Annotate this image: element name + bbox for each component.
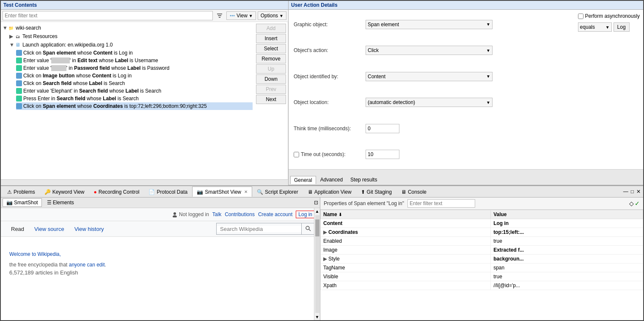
- prop-row-xpath[interactable]: Xpath //li[@id='p...: [321, 281, 643, 290]
- step-6[interactable]: Enter value 'Elephant' in Search field w…: [16, 87, 253, 95]
- objects-action-select[interactable]: Click ▼: [366, 46, 493, 55]
- launch-app-item[interactable]: ▼ 🖥 Launch application: en.wikipedia.org…: [9, 41, 253, 49]
- wiki-title-link[interactable]: Wikipedia: [37, 251, 59, 257]
- prop-row-coordinates[interactable]: ▶ Coordinates top:15;left:...: [321, 228, 643, 237]
- up-button[interactable]: Up: [256, 64, 286, 74]
- add-button[interactable]: Add: [256, 24, 286, 33]
- view-source-tab[interactable]: View source: [29, 224, 69, 234]
- prop-name-coordinates: ▶ Coordinates: [321, 228, 491, 237]
- view-dropdown[interactable]: View ▼: [226, 11, 256, 20]
- style-expand[interactable]: ▶: [323, 256, 327, 262]
- coord-expand[interactable]: ▶: [323, 229, 327, 235]
- maximize-btn[interactable]: ✕: [636, 188, 641, 195]
- smartshot-tab[interactable]: 📷 SmartShot: [3, 198, 42, 207]
- talk-link[interactable]: Talk: [212, 211, 221, 217]
- keyword-icon: 🔑: [44, 189, 51, 195]
- elements-tab[interactable]: ☰ Elements: [44, 199, 77, 206]
- prev-button[interactable]: Prev: [256, 85, 286, 94]
- test-resources-item[interactable]: ▶ 🗂 Test Resources: [9, 32, 253, 41]
- step-4[interactable]: Click on Image button whose Content is L…: [16, 72, 253, 80]
- root-toggle[interactable]: ▼: [3, 25, 8, 31]
- tab-recording-control[interactable]: ● Recording Control: [89, 187, 144, 197]
- scroll-up-btn[interactable]: ▲: [314, 208, 320, 214]
- prop-value-style: backgroun...: [491, 255, 643, 263]
- prop-row-style[interactable]: ▶ Style backgroun...: [321, 255, 643, 263]
- anyone-link[interactable]: anyone can edit: [69, 262, 105, 268]
- select-button[interactable]: Select: [256, 44, 286, 53]
- contributions-link[interactable]: Contributions: [225, 211, 255, 217]
- wiki-top-bar: Not logged in Talk Contributions Create …: [1, 208, 320, 221]
- filter-input[interactable]: [3, 11, 213, 20]
- step-7[interactable]: Press Enter in Search field whose Label …: [16, 95, 253, 102]
- scroll-down-btn[interactable]: ▼: [314, 314, 320, 320]
- timeout-checkbox[interactable]: [294, 152, 299, 157]
- scroll-thumb[interactable]: [315, 219, 319, 236]
- timeout-input[interactable]: [366, 150, 399, 159]
- think-time-input[interactable]: [366, 124, 399, 133]
- create-account-link[interactable]: Create account: [258, 211, 292, 217]
- insert-button[interactable]: Insert: [256, 34, 286, 43]
- tab-git-staging[interactable]: ⬆ Git Staging: [356, 187, 396, 197]
- log-button[interactable]: Log: [614, 22, 630, 32]
- next-button[interactable]: Next: [256, 95, 286, 104]
- prop-row-content[interactable]: Content Log in: [321, 219, 643, 228]
- step-5[interactable]: Click on Search field whose Label is Sea…: [16, 80, 253, 87]
- tab-advanced[interactable]: Advanced: [317, 176, 346, 184]
- minimize-btn[interactable]: —: [622, 188, 629, 195]
- check-icon-btn[interactable]: ✓: [635, 200, 640, 207]
- step-2[interactable]: Enter value ' ' in Edit text whose Label…: [16, 57, 253, 64]
- prop-row-image[interactable]: Image Extracted f...: [321, 246, 643, 255]
- smartshot-expand-btn[interactable]: ⊡: [314, 200, 318, 206]
- wiki-search-input[interactable]: [217, 226, 301, 232]
- tab-console[interactable]: 🖥 Console: [396, 187, 431, 197]
- object-identified-select[interactable]: Content ▼: [366, 72, 493, 81]
- right-scrollbar-h[interactable]: [289, 169, 643, 175]
- prop-row-tagname[interactable]: TagName span: [321, 263, 643, 272]
- tab-application-view[interactable]: 🖥 Application View: [303, 187, 356, 197]
- smartshot-close[interactable]: ✕: [244, 189, 248, 194]
- la-toggle[interactable]: ▼: [9, 42, 14, 48]
- prop-name-visible: Visible: [321, 272, 491, 281]
- equals-select[interactable]: equals ▼: [578, 22, 612, 32]
- view-history-tab[interactable]: View history: [69, 224, 109, 234]
- step-8[interactable]: Click on Span element whose Coordinates …: [16, 102, 253, 110]
- tab-general[interactable]: General: [290, 176, 316, 184]
- problems-icon: ⚠: [7, 189, 12, 195]
- step-3[interactable]: Enter value ' ' in Password field whose …: [16, 64, 253, 72]
- read-tab[interactable]: Read: [6, 224, 29, 234]
- prop-value-xpath: //li[@id='p...: [491, 281, 643, 290]
- tr-label: Test Resources: [22, 33, 58, 39]
- tab-smartshot-view[interactable]: 📷 SmartShot View ✕: [192, 187, 252, 197]
- smartshot-tabs-bar: 📷 SmartShot ☰ Elements ⊡: [1, 198, 320, 208]
- down-button[interactable]: Down: [256, 74, 286, 84]
- login-box[interactable]: Log in: [296, 211, 315, 218]
- async-label: Perform asynchronously: [585, 13, 640, 19]
- properties-filter[interactable]: [407, 199, 475, 208]
- prop-row-enabled[interactable]: Enabled true: [321, 237, 643, 246]
- remove-button[interactable]: Remove: [256, 54, 286, 63]
- collapse-all-btn[interactable]: ◇: [629, 200, 634, 207]
- tr-toggle[interactable]: ▶: [9, 33, 14, 39]
- step2-icon: [16, 58, 22, 63]
- filter-icon-button[interactable]: [215, 11, 225, 20]
- options-dropdown[interactable]: Options ▼: [258, 11, 286, 20]
- prop-row-visible[interactable]: Visible true: [321, 272, 643, 281]
- tree-root[interactable]: ▼ 📁 wiki-search: [3, 24, 253, 32]
- left-scrollbar-h[interactable]: [1, 179, 288, 185]
- object-location-select[interactable]: (automatic detection) ▼: [366, 98, 493, 107]
- tab-step-results[interactable]: Step results: [347, 176, 380, 184]
- prop-value-content: Log in: [491, 219, 643, 228]
- graphic-object-select[interactable]: Span element ▼: [366, 20, 493, 29]
- vertical-scrollbar[interactable]: ▲ ▼: [314, 208, 320, 320]
- async-checkbox[interactable]: [578, 14, 583, 19]
- wiki-search-button[interactable]: [301, 223, 314, 234]
- tab-problems[interactable]: ⚠ Problems: [3, 187, 40, 197]
- tab-protocol-data[interactable]: 📄 Protocol Data: [144, 187, 192, 197]
- wiki-nav-bar: Read View source View history: [1, 221, 320, 237]
- step-1[interactable]: Click on Span element whose Content is L…: [16, 49, 253, 57]
- tab-keyword-view[interactable]: 🔑 Keyword View: [40, 187, 89, 197]
- tab-script-explorer[interactable]: 🔍 Script Explorer: [252, 187, 303, 197]
- scroll-track[interactable]: [315, 215, 319, 313]
- restore-btn[interactable]: □: [630, 188, 635, 195]
- prop-name-enabled: Enabled: [321, 237, 491, 246]
